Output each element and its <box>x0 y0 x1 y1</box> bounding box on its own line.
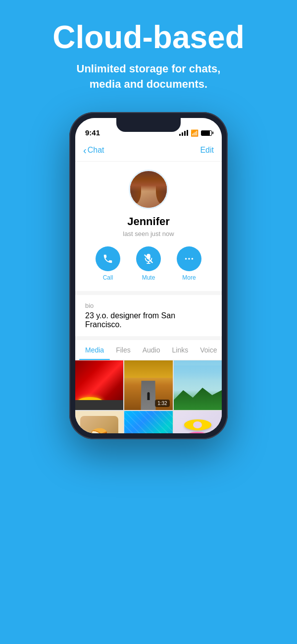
tab-media[interactable]: Media <box>79 340 110 360</box>
more-button[interactable]: More <box>177 246 201 281</box>
action-buttons: Call Mu <box>96 246 201 281</box>
media-tabs: Media Files Audio Links Voice <box>75 340 222 360</box>
call-button[interactable]: Call <box>96 246 120 281</box>
profile-section: Jennifer last seen just now Call <box>75 162 222 291</box>
section-divider-2 <box>75 336 222 340</box>
hero-section: Cloud-based Unlimited storage for chats,… <box>43 0 254 107</box>
chevron-left-icon: ‹ <box>83 145 87 155</box>
svg-point-5 <box>192 258 194 260</box>
mute-label: Mute <box>142 274 155 281</box>
svg-point-4 <box>188 258 190 260</box>
bio-text: 23 y.o. designer from San Francisco. <box>85 311 212 329</box>
edit-button[interactable]: Edit <box>200 146 214 155</box>
media-item-6[interactable] <box>174 411 222 433</box>
call-icon <box>96 246 120 271</box>
profile-name: Jennifer <box>127 215 170 228</box>
media-item-5[interactable] <box>124 411 172 433</box>
phone-mockup: 9:41 📶 ‹ Ch <box>69 112 228 439</box>
bio-section: bio 23 y.o. designer from San Francisco. <box>75 295 222 336</box>
media-grid: 1:32 🍞 <box>75 360 222 433</box>
profile-status: last seen just now <box>123 230 174 237</box>
back-label: Chat <box>88 146 104 155</box>
nav-bar: ‹ Chat Edit <box>75 140 222 162</box>
phone-notch <box>116 118 181 132</box>
media-item-2[interactable]: 1:32 <box>124 360 172 410</box>
tab-links[interactable]: Links <box>166 340 195 360</box>
signal-icon <box>179 130 188 136</box>
tab-voice[interactable]: Voice <box>194 340 222 360</box>
section-divider-1 <box>75 291 222 295</box>
battery-icon <box>201 130 212 136</box>
mute-button[interactable]: Mute <box>136 246 161 281</box>
status-icons: 📶 <box>179 129 212 137</box>
mute-icon <box>136 246 161 271</box>
media-item-4[interactable]: 🍞 <box>75 411 123 433</box>
tab-audio[interactable]: Audio <box>137 340 166 360</box>
phone-frame: 9:41 📶 ‹ Ch <box>69 112 228 439</box>
avatar-image <box>130 171 167 208</box>
tab-files[interactable]: Files <box>110 340 137 360</box>
bio-label: bio <box>85 302 212 309</box>
hero-subtitle: Unlimited storage for chats,media and do… <box>52 61 245 92</box>
wifi-icon: 📶 <box>191 129 198 137</box>
media-item-3[interactable] <box>174 360 222 410</box>
back-button[interactable]: ‹ Chat <box>83 145 104 155</box>
media-item-1[interactable] <box>75 360 123 410</box>
svg-point-3 <box>185 258 187 260</box>
hero-title: Cloud-based <box>52 20 245 55</box>
status-time: 9:41 <box>85 128 100 137</box>
duration-badge: 1:32 <box>155 400 169 407</box>
avatar <box>129 170 168 209</box>
phone-screen: 9:41 📶 ‹ Ch <box>75 118 222 433</box>
more-label: More <box>182 274 196 281</box>
more-icon <box>177 246 201 271</box>
call-label: Call <box>103 274 113 281</box>
